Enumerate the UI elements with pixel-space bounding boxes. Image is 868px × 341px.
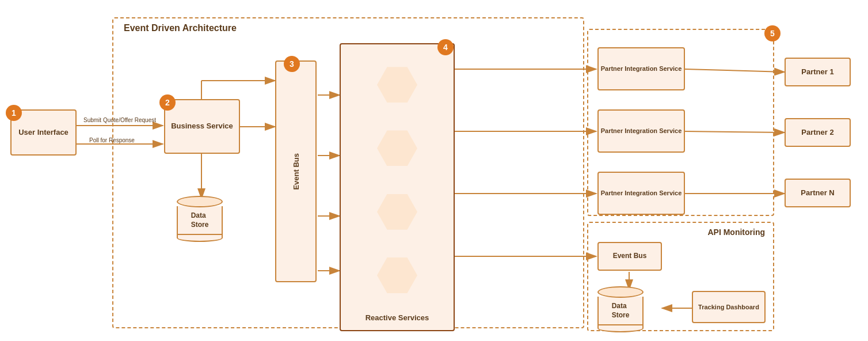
business-service-box: Business Service bbox=[164, 99, 240, 154]
partner-int-1-box: Partner Integration Service bbox=[597, 47, 685, 90]
badge-3: 3 bbox=[284, 56, 300, 72]
event-driven-label: Event Driven Architecture bbox=[124, 23, 237, 33]
partner-int-2-label: Partner Integration Service bbox=[601, 127, 682, 135]
event-bus-label: Event Bus bbox=[292, 153, 300, 190]
partner2-label: Partner 2 bbox=[801, 128, 833, 138]
partner1-box: Partner 1 bbox=[785, 58, 851, 86]
badge-5: 5 bbox=[764, 25, 781, 41]
data-store-main: DataStore bbox=[177, 196, 223, 242]
hex-2 bbox=[377, 130, 417, 166]
hex-4 bbox=[377, 257, 417, 293]
event-bus-box: Event Bus bbox=[275, 60, 317, 282]
badge-1: 1 bbox=[6, 105, 22, 121]
submit-label: Submit Quote/Offer Request bbox=[83, 117, 156, 123]
badge-4: 4 bbox=[437, 39, 454, 55]
hex-3 bbox=[377, 194, 417, 230]
data-store-monitor-label: DataStore bbox=[612, 302, 630, 320]
event-bus-monitor-label: Event Bus bbox=[613, 252, 647, 261]
api-monitoring-label: API Monitoring bbox=[707, 228, 765, 237]
badge-2: 2 bbox=[159, 94, 176, 111]
tracking-dashboard-label: Tracking Dashboard bbox=[698, 303, 759, 311]
reactive-services-container: Reactive Services bbox=[340, 43, 455, 331]
data-store-monitor: DataStore bbox=[597, 286, 644, 332]
reactive-services-label: Reactive Services bbox=[366, 313, 429, 323]
tracking-dashboard-box: Tracking Dashboard bbox=[692, 291, 766, 323]
partnerN-box: Partner N bbox=[785, 179, 851, 207]
partner-int-2-box: Partner Integration Service bbox=[597, 109, 685, 153]
data-store-label: DataStore bbox=[191, 211, 209, 229]
partner-int-3-label: Partner Integration Service bbox=[601, 189, 682, 197]
poll-label: Poll for Response bbox=[89, 137, 135, 143]
partner-int-3-box: Partner Integration Service bbox=[597, 172, 685, 215]
event-bus-monitor-box: Event Bus bbox=[597, 242, 662, 271]
partnerN-label: Partner N bbox=[801, 188, 835, 198]
partner1-label: Partner 1 bbox=[801, 67, 833, 77]
business-service-label: Business Service bbox=[171, 122, 233, 131]
diagram-container: Event Driven Architecture API Monitoring… bbox=[0, 0, 868, 341]
user-interface-label: User Interface bbox=[18, 128, 68, 138]
hex-1 bbox=[377, 67, 417, 103]
partner2-box: Partner 2 bbox=[785, 118, 851, 147]
partner-int-1-label: Partner Integration Service bbox=[601, 65, 682, 73]
